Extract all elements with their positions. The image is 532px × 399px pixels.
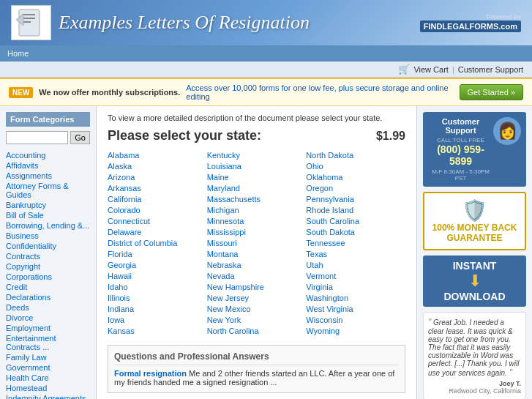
state-nebraska[interactable]: Nebraska <box>207 259 307 270</box>
state-connecticut[interactable]: Connecticut <box>108 215 207 226</box>
state-texas[interactable]: Texas <box>306 248 405 259</box>
sidebar-link-healthcare[interactable]: Health Care <box>6 373 90 383</box>
sidebar-link-copyright[interactable]: Copyright <box>6 261 90 272</box>
state-iowa[interactable]: Iowa <box>108 314 207 325</box>
price-label: $1.99 <box>376 130 405 143</box>
sidebar-link-declarations[interactable]: Declarations <box>6 292 90 302</box>
state-indiana[interactable]: Indiana <box>108 303 207 314</box>
state-mississippi[interactable]: Mississippi <box>207 226 307 237</box>
subscription-banner: NEW We now offer monthly subscriptions. … <box>0 78 532 106</box>
testimonial-location: Redwood City, California <box>428 387 521 395</box>
sidebar-link-credit[interactable]: Credit <box>6 282 90 292</box>
sidebar-link-bill-of-sale[interactable]: Bill of Sale <box>6 210 90 220</box>
sidebar-link-contracts[interactable]: Contracts <box>6 251 90 261</box>
state-utah[interactable]: Utah <box>306 259 405 270</box>
state-ohio[interactable]: Ohio <box>306 160 405 171</box>
state-illinois[interactable]: Illinois <box>108 292 207 303</box>
search-input[interactable] <box>6 131 68 144</box>
nav-home[interactable]: Home <box>7 49 29 58</box>
state-arizona[interactable]: Arizona <box>108 171 207 182</box>
state-delaware[interactable]: Delaware <box>108 226 207 237</box>
state-florida[interactable]: Florida <box>108 248 207 259</box>
main-layout: Form Categories Go Accounting Affidavits… <box>0 106 532 399</box>
state-maryland[interactable]: Maryland <box>207 182 307 193</box>
download-arrow-icon: ⬇ <box>427 272 522 291</box>
state-oklahoma[interactable]: Oklahoma <box>306 171 405 182</box>
state-oregon[interactable]: Oregon <box>306 182 405 193</box>
sidebar-link-deeds[interactable]: Deeds <box>6 302 90 313</box>
state-pennsylvania[interactable]: Pennsylvania <box>306 193 405 204</box>
customer-support-link[interactable]: Customer Support <box>458 65 523 74</box>
state-wyoming[interactable]: Wyoming <box>306 325 405 336</box>
sidebar-link-borrowing[interactable]: Borrowing, Lending &... <box>6 220 90 231</box>
sidebar-link-attorney[interactable]: Attorney Forms & Guides <box>6 181 90 200</box>
state-michigan[interactable]: Michigan <box>207 204 307 215</box>
get-started-button[interactable]: Get Started » <box>460 84 523 100</box>
sidebar-link-corporations[interactable]: Corporations <box>6 272 90 282</box>
state-new-hampshire[interactable]: New Hampshire <box>207 281 307 292</box>
state-montana[interactable]: Montana <box>207 248 307 259</box>
state-rhode-island[interactable]: Rhode Island <box>306 204 405 215</box>
state-georgia[interactable]: Georgia <box>108 259 207 270</box>
sidebar-link-divorce[interactable]: Divorce <box>6 313 90 323</box>
state-vermont[interactable]: Vermont <box>306 270 405 281</box>
header-title: Examples Letters Of Resignation <box>59 12 310 34</box>
money-back-box: 🛡️ 100% MONEY BACK GUARANTEE <box>423 192 526 250</box>
sidebar-link-homestead[interactable]: Homestead <box>6 383 90 393</box>
state-north-dakota[interactable]: North Dakota <box>306 149 405 160</box>
search-button[interactable]: Go <box>70 131 90 144</box>
state-idaho[interactable]: Idaho <box>108 281 207 292</box>
state-washington[interactable]: Washington <box>306 292 405 303</box>
left-sidebar: Form Categories Go Accounting Affidavits… <box>0 106 97 399</box>
testimonial-author: Joey T. <box>428 380 521 387</box>
state-new-mexico[interactable]: New Mexico <box>207 303 307 314</box>
state-south-carolina[interactable]: South Carolina <box>306 215 405 226</box>
state-minnesota[interactable]: Minnesota <box>207 215 307 226</box>
banner-link[interactable]: Access over 10,000 forms for one low fee… <box>186 83 453 101</box>
sidebar-link-affidavits[interactable]: Affidavits <box>6 160 90 171</box>
sidebar-link-assignments[interactable]: Assignments <box>6 171 90 181</box>
state-tennessee[interactable]: Tennessee <box>306 237 405 248</box>
state-louisiana[interactable]: Louisiana <box>207 160 307 171</box>
download-subtitle: DOWNLOAD <box>427 291 522 302</box>
state-alabama[interactable]: Alabama <box>108 149 207 160</box>
state-wisconsin[interactable]: Wisconsin <box>306 314 405 325</box>
state-kentucky[interactable]: Kentucky <box>207 149 307 160</box>
sidebar-link-bankruptcy[interactable]: Bankruptcy <box>6 200 90 210</box>
instant-download-box: INSTANT ⬇ DOWNLOAD <box>423 256 526 307</box>
banner-text: We now offer monthly subscriptions. <box>39 88 180 97</box>
state-nevada[interactable]: Nevada <box>207 270 307 281</box>
sidebar-link-indemnity[interactable]: Indemnity Agreements <box>6 393 90 399</box>
state-new-jersey[interactable]: New Jersey <box>207 292 307 303</box>
sidebar-link-employment[interactable]: Employment <box>6 323 90 333</box>
state-dc[interactable]: District of Columbia <box>108 237 207 248</box>
qa-section: Questions and Professional Answers Forma… <box>108 345 405 393</box>
view-cart-link[interactable]: View Cart <box>413 65 448 74</box>
state-south-dakota[interactable]: South Dakota <box>306 226 405 237</box>
state-maine[interactable]: Maine <box>207 171 307 182</box>
state-colorado[interactable]: Colorado <box>108 204 207 215</box>
state-arkansas[interactable]: Arkansas <box>108 182 207 193</box>
sidebar-link-business[interactable]: Business <box>6 231 90 241</box>
header: Examples Letters Of Resignation Powered … <box>0 0 532 45</box>
state-california[interactable]: California <box>108 193 207 204</box>
state-hawaii[interactable]: Hawaii <box>108 270 207 281</box>
state-north-carolina[interactable]: North Carolina <box>207 325 307 336</box>
close-quote-icon: " <box>509 368 512 378</box>
sidebar-link-family[interactable]: Family Law <box>6 352 90 362</box>
sidebar-link-accounting[interactable]: Accounting <box>6 150 90 160</box>
sidebar-link-entertainment[interactable]: Entertainment Contracts ... <box>6 333 90 352</box>
state-missouri[interactable]: Missouri <box>207 237 307 248</box>
state-new-york[interactable]: New York <box>207 314 307 325</box>
sidebar-link-government[interactable]: Government <box>6 362 90 373</box>
money-back-title: 100% MONEY BACK GUARANTEE <box>430 223 520 244</box>
state-kansas[interactable]: Kansas <box>108 325 207 336</box>
state-west-virginia[interactable]: West Virginia <box>306 303 405 314</box>
states-col-1: Alabama Alaska Arizona Arkansas Californ… <box>108 149 207 336</box>
qa-link[interactable]: Formal resignation <box>114 369 187 378</box>
state-massachusetts[interactable]: Massachusetts <box>207 193 307 204</box>
state-virginia[interactable]: Virginia <box>306 281 405 292</box>
state-alaska[interactable]: Alaska <box>108 160 207 171</box>
right-sidebar: Customer Support CALL TOLL FREE (800) 95… <box>416 106 532 399</box>
sidebar-link-confidentiality[interactable]: Confidentiality <box>6 241 90 251</box>
